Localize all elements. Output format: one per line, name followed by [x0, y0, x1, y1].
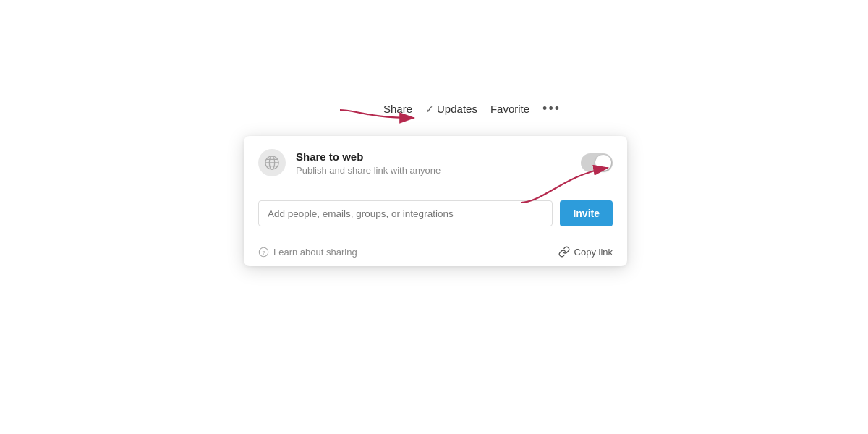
- share-to-web-title: Share to web: [296, 150, 571, 164]
- share-button[interactable]: Share: [383, 103, 412, 115]
- updates-label: Updates: [437, 103, 477, 115]
- updates-button[interactable]: ✓ Updates: [425, 103, 477, 115]
- share-to-web-text: Share to web Publish and share link with…: [296, 150, 571, 176]
- share-to-web-row: Share to web Publish and share link with…: [244, 136, 627, 190]
- invite-input[interactable]: [258, 200, 553, 226]
- share-label: Share: [383, 103, 412, 115]
- favorite-label: Favorite: [490, 103, 529, 115]
- learn-label: Learn about sharing: [273, 247, 357, 258]
- share-dropdown-panel: Share to web Publish and share link with…: [244, 136, 627, 266]
- more-options-button[interactable]: •••: [542, 101, 561, 116]
- copy-link-button[interactable]: Copy link: [558, 246, 613, 258]
- globe-icon: [258, 149, 286, 176]
- question-icon: ?: [258, 247, 269, 258]
- favorite-button[interactable]: Favorite: [490, 103, 529, 115]
- svg-text:?: ?: [262, 249, 265, 255]
- toggle-thumb: [595, 155, 611, 171]
- more-label: •••: [542, 101, 561, 116]
- invite-row: Invite: [244, 190, 627, 237]
- toolbar: Share ✓ Updates Favorite •••: [383, 101, 561, 116]
- footer-row: ? Learn about sharing Copy link: [244, 237, 627, 266]
- share-to-web-subtitle: Publish and share link with anyone: [296, 165, 571, 176]
- link-icon: [558, 246, 570, 258]
- copy-link-label: Copy link: [574, 247, 613, 258]
- checkmark-icon: ✓: [425, 103, 434, 115]
- share-to-web-toggle[interactable]: [581, 153, 613, 172]
- invite-button[interactable]: Invite: [560, 200, 613, 226]
- learn-about-sharing-link[interactable]: ? Learn about sharing: [258, 247, 357, 258]
